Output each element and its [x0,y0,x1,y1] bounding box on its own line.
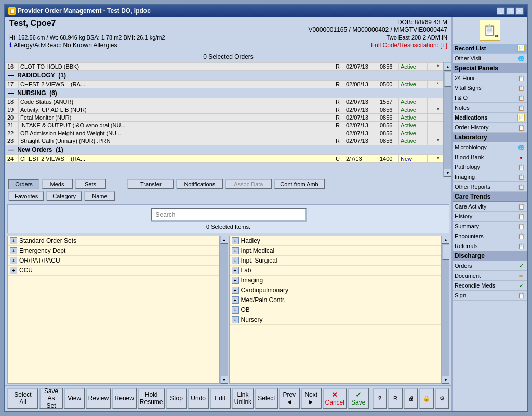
vital-signs-item[interactable]: Vital Signs 📋 [453,83,527,93]
expand-or-pat-pacu[interactable]: + [10,257,17,264]
r-button[interactable]: R [388,388,403,409]
collapse-nursing[interactable]: — [8,89,14,97]
table-row[interactable]: 16 CLOT TO HOLD (BBK) R 02/07/13 0856 Ac… [6,63,443,71]
category-button[interactable]: Category [46,191,82,201]
microbiology-item[interactable]: Microbiology 🌐 [453,142,527,152]
expand-ccu[interactable]: + [10,267,17,274]
care-activity-item[interactable]: Care Activity 📋 [453,202,527,212]
hold-resume-button[interactable]: HoldResume [138,388,165,409]
list-item[interactable]: + Cardiopulmonary [230,285,441,295]
medications-item[interactable]: Medications 📄 [453,113,527,123]
list-item[interactable]: + Emergency Dept [8,246,219,256]
blood-bank-item[interactable]: Blood Bank ● [453,152,527,162]
expand-inpt-medical[interactable]: + [232,247,239,254]
save-as-set-button[interactable]: SaveAs Set [39,388,63,409]
close-button[interactable]: × [515,7,524,15]
stop-button[interactable]: Stop [166,388,187,409]
scroll-thumb[interactable] [444,71,451,87]
expand-imaging[interactable]: + [232,277,239,284]
expand-standard-order-sets[interactable]: + [10,237,17,244]
table-row[interactable]: 19 Activity: UP AD LIB (NUR) R 02/07/13 … [6,106,443,114]
expand-med-pain[interactable]: + [232,296,239,304]
select-button[interactable]: Select [255,388,278,409]
settings-button[interactable]: ⚙ [435,388,449,409]
view-button[interactable]: View [64,388,85,409]
list-item[interactable]: + Hadley [230,236,441,246]
expand-inpt-surgical[interactable]: + [232,257,239,264]
assoc-data-button[interactable]: Assoc Data [225,179,272,189]
minimize-button[interactable]: _ [497,7,505,15]
sign-item[interactable]: Sign 📋 [453,291,527,301]
expand-nursery[interactable]: + [232,316,239,323]
other-reports-item[interactable]: Other Reports 📋 [453,182,527,192]
summary-item[interactable]: Summary 📋 [453,222,527,231]
document-item[interactable]: Document ✏ [453,271,527,281]
list-item[interactable]: + Inpt. Surgical [230,256,441,266]
imaging-item[interactable]: Imaging 📋 [453,172,527,182]
orders-button[interactable]: Orders [8,179,39,189]
order-sets-right[interactable]: + Hadley + Inpt.Medical + Inpt. Surgical [229,236,442,384]
lock-button[interactable]: 🔒 [419,388,434,409]
record-list-item[interactable]: Record List 📄 [453,44,527,54]
scroll-track[interactable] [444,71,451,168]
expand-hadley[interactable]: + [232,237,239,244]
undo-button[interactable]: Undo [188,388,209,409]
scroll-down-arrow[interactable]: ▼ [444,168,451,177]
orders-scrollbar[interactable]: ▲ ▼ [443,62,451,177]
maximize-button[interactable]: □ [506,7,514,15]
right-scroll-up[interactable]: ▲ [442,236,449,244]
reconcile-meds-item[interactable]: Reconcile Meds ✓ [453,281,527,291]
right-scroll-track[interactable] [442,244,449,375]
collapse-radiology[interactable]: — [8,72,14,79]
table-row[interactable]: 20 Fetal Monitor (NUR) R 02/07/13 0856 A… [6,114,443,122]
list-item[interactable]: + Inpt.Medical [230,246,441,256]
cancel-button[interactable]: ✕ Cancel [323,388,347,409]
save-button[interactable]: ✓ Save [348,388,369,409]
favorites-button[interactable]: Favorites [8,191,44,201]
expand-emergency-dept[interactable]: + [10,247,17,254]
table-row[interactable]: 17 CHEST 2 VIEWS (RA... R 02/08/13 0500 … [6,81,443,88]
print-button[interactable]: 🖨 [404,388,418,409]
scroll-up-arrow[interactable]: ▲ [444,62,451,71]
pathology-item[interactable]: Pathology 📋 [453,162,527,172]
io-item[interactable]: I & O 📋 [453,93,527,103]
list-item[interactable]: + OB [230,305,441,315]
left-scroll-up[interactable]: ▲ [220,236,228,244]
order-sets-left[interactable]: + Standard Order Sets + Emergency Dept +… [7,236,220,384]
table-row[interactable]: 22 OB Admission Height and Weight (NU...… [6,129,443,137]
sets-button[interactable]: Sets [75,179,106,189]
24hour-item[interactable]: 24 Hour 📋 [453,73,527,83]
discharge-orders-item[interactable]: Orders ✓ [453,261,527,271]
cont-from-amb-button[interactable]: Cont from Amb [274,179,324,189]
list-item[interactable]: + Med/Pain Contr. [230,295,441,305]
review-button[interactable]: Review [86,388,111,409]
expand-ob[interactable]: + [232,306,239,314]
left-scroll-down[interactable]: ▼ [220,375,228,384]
list-item[interactable]: + CCU [8,266,219,276]
referrals-item[interactable]: Referrals 📋 [453,241,527,251]
expand-lab[interactable]: + [232,267,239,274]
link-unlink-button[interactable]: LinkUnlink [232,388,255,409]
renew-button[interactable]: Renew [112,388,137,409]
list-item[interactable]: + Nursery [230,315,441,325]
list-item[interactable]: + Standard Order Sets [8,236,219,246]
collapse-new-orders[interactable]: — [8,146,14,153]
help-button[interactable]: ? [373,388,387,409]
right-scroll-thumb[interactable] [442,244,449,260]
table-row[interactable]: 23 Straight Cath (Urinary) (NUR) .PRN R … [6,137,443,145]
search-input[interactable] [151,208,307,222]
meds-button[interactable]: Meds [42,179,73,189]
next-button[interactable]: Next► [301,388,322,409]
encounters-item[interactable]: Encounters 📋 [453,231,527,241]
notes-item[interactable]: Notes 📋 [453,103,527,113]
right-sets-scrollbar[interactable]: ▲ ▼ [441,236,449,384]
select-all-button[interactable]: Select All [7,388,38,409]
expand-cardiopulmonary[interactable]: + [232,287,239,294]
transfer-button[interactable]: Transfer [127,179,174,189]
name-button[interactable]: Name [84,191,115,201]
orders-table-scroll[interactable]: 16 CLOT TO HOLD (BBK) R 02/07/13 0856 Ac… [5,62,443,177]
list-item[interactable]: + Lab [230,266,441,276]
list-item[interactable]: + OR/PAT/PACU [8,256,219,266]
history-item[interactable]: History 📋 [453,212,527,222]
order-history-item[interactable]: Order History 📋 [453,123,527,133]
